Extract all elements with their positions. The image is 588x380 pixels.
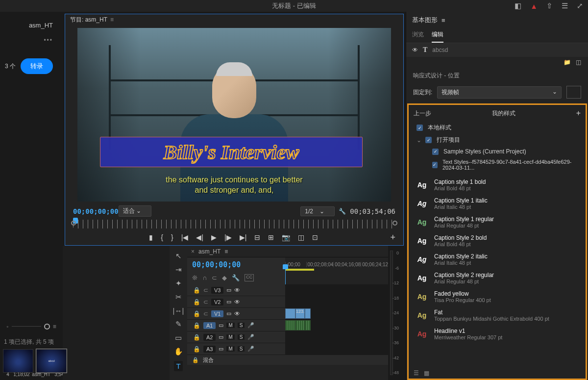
local-styles-checkbox[interactable]: ✓	[416, 125, 423, 131]
program-scrubber[interactable]	[73, 220, 395, 228]
solo-button[interactable]: S	[238, 334, 245, 340]
toggle-icon[interactable]: ▭	[219, 322, 223, 329]
magnet-icon[interactable]: ∩	[202, 274, 207, 281]
grid-view-icon[interactable]: ▦	[424, 370, 429, 377]
track-select-tool-icon[interactable]: ⇥	[175, 265, 182, 274]
track-name[interactable]: V3	[211, 287, 223, 294]
track-lane[interactable]	[285, 284, 388, 296]
open-project-checkbox[interactable]: ✓	[425, 137, 432, 143]
play-icon[interactable]: ▶	[211, 233, 217, 241]
style-item[interactable]: Ag Caption Style 1 italicArial Italic 48…	[411, 194, 584, 213]
audio-clip[interactable]	[285, 320, 295, 330]
track-name[interactable]: A2	[203, 334, 216, 341]
panel-menu-icon[interactable]: ☰	[562, 1, 568, 10]
lock-icon[interactable]: 🔒	[193, 287, 200, 294]
compare-icon[interactable]: ◫	[298, 233, 304, 241]
text-styles-checkbox[interactable]: ✓	[432, 162, 438, 168]
style-item[interactable]: Ag Caption Style 2 boldArial Bold 48 pt	[411, 231, 584, 250]
wrench-icon[interactable]: 🔧	[339, 208, 346, 215]
track-lane[interactable]	[285, 343, 388, 355]
lock-icon[interactable]: 🔒	[193, 334, 200, 341]
clip[interactable]	[285, 308, 295, 319]
timeline-tab[interactable]: asm_HT	[198, 248, 220, 255]
style-item[interactable]: Ag Faded yellowTisa Pro Regular 400 pt	[411, 287, 584, 306]
solo-button[interactable]: S	[238, 323, 245, 328]
workspace-icon[interactable]: ◧	[514, 1, 521, 10]
audio-clip[interactable]	[305, 320, 311, 330]
toggle-icon[interactable]: ▭	[226, 299, 231, 305]
tab-edit[interactable]: 编辑	[432, 30, 443, 43]
hand-tool-icon[interactable]: ✋	[174, 347, 183, 356]
settings-icon[interactable]: 🔧	[232, 274, 240, 281]
more-menu[interactable]: •••	[0, 32, 63, 49]
step-back-icon[interactable]: ◀|	[196, 233, 203, 241]
share-icon[interactable]: ⇧	[546, 1, 553, 10]
step-fwd-icon[interactable]: |▶	[224, 233, 232, 241]
safe-margins-icon[interactable]: ⊡	[312, 233, 318, 241]
playhead-icon[interactable]	[283, 264, 288, 269]
title-graphic[interactable]: Billy's Interview	[100, 137, 363, 167]
video-preview[interactable]: Billy's Interview the software just cont…	[77, 28, 391, 202]
style-item[interactable]: Ag Caption style 1 boldArial Bold 48 pt	[411, 176, 584, 194]
solo-button[interactable]: S	[238, 346, 245, 352]
resolution-select[interactable]: 1/2 ⌄	[300, 206, 335, 216]
project-thumb[interactable]: abcd	[36, 349, 67, 373]
extract-icon[interactable]: ⊞	[268, 233, 274, 241]
cc-icon[interactable]: CC	[245, 274, 254, 281]
list-view-icon[interactable]: ☰	[414, 370, 419, 377]
eye-icon[interactable]: 👁	[412, 47, 418, 53]
track-lane[interactable]	[285, 296, 388, 307]
new-folder-icon[interactable]: 📁	[564, 59, 571, 66]
style-item[interactable]: Ag Caption Style 1 regularArial Regular …	[411, 213, 584, 231]
snap-icon[interactable]: ❊	[192, 274, 197, 281]
back-button[interactable]: 上一步	[414, 109, 431, 118]
style-item[interactable]: Ag Headline v1Merriweather Regular 307 p…	[411, 325, 584, 343]
rect-tool-icon[interactable]: ▭	[175, 333, 182, 342]
track-header[interactable]: 🔒 ⊂ V3 ▭ 👁	[187, 284, 285, 296]
close-tab-icon[interactable]: ×	[191, 248, 195, 255]
pin-target-select[interactable]: 视频帧⌄	[437, 86, 562, 99]
add-style-button[interactable]: +	[576, 109, 581, 118]
lift-icon[interactable]: ⊟	[254, 233, 260, 241]
linked-sel-icon[interactable]: ⊂	[212, 274, 217, 281]
toggle-icon[interactable]: ▭	[226, 287, 231, 293]
tab-browse[interactable]: 浏览	[412, 30, 424, 43]
eye-icon[interactable]: 👁	[234, 287, 240, 294]
panel-menu-icon[interactable]: ≡	[441, 17, 445, 24]
track-name[interactable]: A1	[203, 322, 216, 329]
clip[interactable]: 123.	[295, 308, 305, 319]
track-header[interactable]: 🔒 A3 ▭ MS🎤	[187, 343, 285, 355]
pen-tool-icon[interactable]: ✎	[175, 320, 182, 329]
mark-out-icon[interactable]: {	[161, 233, 163, 241]
audio-clip[interactable]	[295, 320, 305, 330]
prev-edit-icon[interactable]: |◀	[181, 233, 189, 241]
marker-icon[interactable]: ◆	[222, 274, 227, 281]
export-frame-icon[interactable]: 📷	[282, 233, 290, 241]
eye-icon[interactable]: 👁	[234, 299, 240, 305]
lock-icon[interactable]: 🔒	[193, 310, 200, 317]
mute-button[interactable]: M	[226, 346, 234, 352]
lock-icon[interactable]: 🔒	[193, 346, 200, 353]
fullscreen-icon[interactable]: ⤢	[577, 1, 583, 10]
sync-icon[interactable]: ⊂	[203, 287, 208, 294]
timeline-ruler[interactable]: ;00;0000;02;08;0400;04;16;0800;06;24;12	[285, 257, 388, 268]
sync-icon[interactable]: ⊂	[203, 310, 208, 317]
toggle-icon[interactable]: ▭	[219, 346, 223, 352]
selection-tool-icon[interactable]: ↖	[175, 252, 182, 260]
track-lane[interactable]	[285, 320, 388, 331]
track-header[interactable]: 🔒 A2 ▭ MS🎤	[187, 331, 285, 343]
current-timecode[interactable]: 00;00;00;00	[73, 207, 119, 215]
style-item[interactable]: Ag Caption Style 2 regularArial Regular …	[411, 269, 584, 287]
pin-diagram[interactable]	[566, 86, 581, 99]
timeline-timecode[interactable]: 00;00;00;00	[187, 257, 285, 272]
track-lane[interactable]: 123.	[285, 308, 388, 319]
go-in-icon[interactable]: }	[171, 233, 173, 241]
new-layer-icon[interactable]: ◫	[576, 59, 581, 66]
style-item[interactable]: Ag Caption Style 2 italicArial Italic 48…	[411, 250, 584, 269]
track-header[interactable]: 🔒 A1 ▭ MS🎤	[187, 320, 285, 331]
razor-tool-icon[interactable]: ✂	[175, 293, 182, 302]
mic-icon[interactable]: 🎤	[247, 322, 254, 329]
toggle-icon[interactable]: ▭	[219, 334, 223, 340]
caret-icon[interactable]: ⌄	[416, 137, 421, 144]
mic-icon[interactable]: 🎤	[247, 334, 254, 340]
